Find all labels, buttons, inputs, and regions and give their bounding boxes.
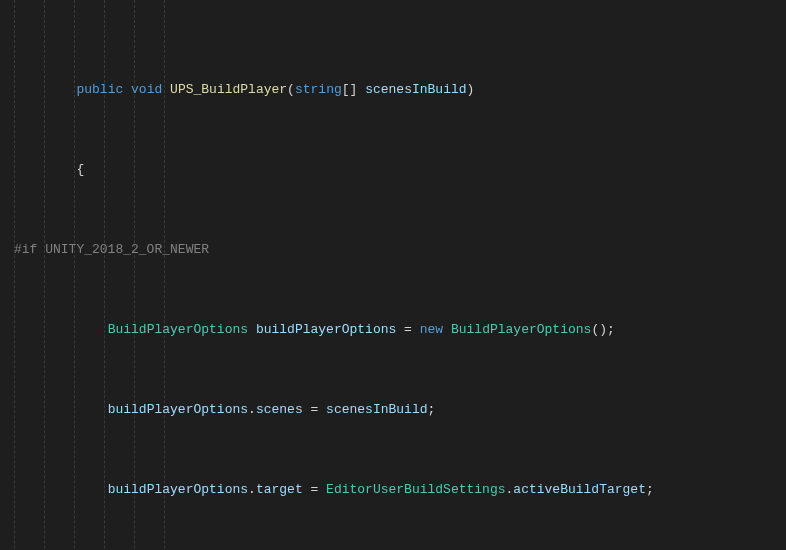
code-line[interactable]: { bbox=[14, 160, 786, 180]
code-editor[interactable]: public void UPS_BuildPlayer(string[] sce… bbox=[0, 0, 786, 550]
type-name: EditorUserBuildSettings bbox=[326, 482, 505, 497]
preprocessor: #if bbox=[14, 242, 37, 257]
type-name: BuildPlayerOptions bbox=[451, 322, 591, 337]
keyword: new bbox=[420, 322, 443, 337]
keyword: public bbox=[76, 82, 123, 97]
code-line[interactable]: BuildPlayerOptions buildPlayerOptions = … bbox=[14, 320, 786, 340]
code-line[interactable]: buildPlayerOptions.scenes = scenesInBuil… bbox=[14, 400, 786, 420]
keyword: void bbox=[131, 82, 162, 97]
preprocessor-line[interactable]: #if UNITY_2018_2_OR_NEWER bbox=[14, 240, 786, 260]
local-var: buildPlayerOptions bbox=[256, 322, 396, 337]
keyword: string bbox=[295, 82, 342, 97]
code-line[interactable]: public void UPS_BuildPlayer(string[] sce… bbox=[14, 80, 786, 100]
parameter: scenesInBuild bbox=[365, 82, 466, 97]
method-name: UPS_BuildPlayer bbox=[170, 82, 287, 97]
code-line[interactable]: buildPlayerOptions.target = EditorUserBu… bbox=[14, 480, 786, 500]
type-name: BuildPlayerOptions bbox=[108, 322, 248, 337]
